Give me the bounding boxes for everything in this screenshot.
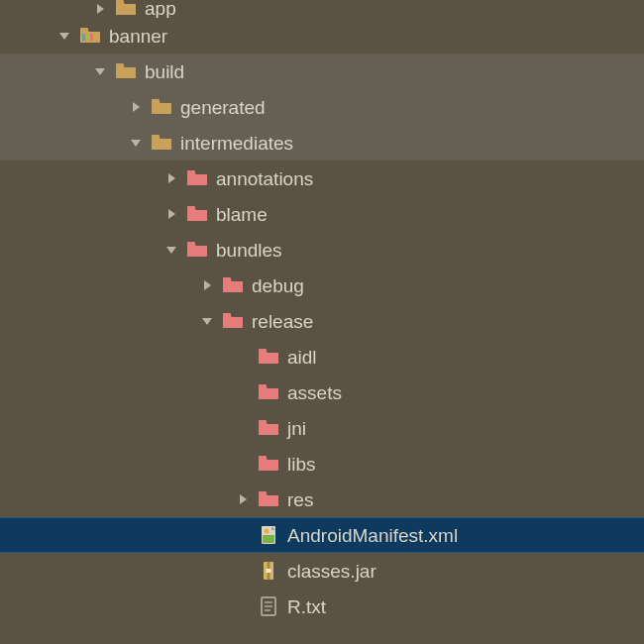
tree-row[interactable]: classes.jar xyxy=(0,553,644,589)
tree-row[interactable]: R.txt xyxy=(0,589,644,624)
svg-rect-8 xyxy=(116,63,124,66)
tree-row[interactable]: blame xyxy=(0,196,644,232)
xml-icon xyxy=(258,525,279,545)
folder-tan-icon xyxy=(115,0,137,18)
svg-marker-9 xyxy=(133,102,140,112)
svg-rect-26 xyxy=(259,456,267,459)
svg-marker-17 xyxy=(166,247,176,254)
folder-pink-icon xyxy=(186,168,208,188)
chevron-down-icon[interactable] xyxy=(198,312,216,330)
tree-item-label: assets xyxy=(287,383,342,402)
tree-row[interactable]: debug xyxy=(0,268,644,303)
folder-tan-icon xyxy=(151,133,172,153)
svg-marker-0 xyxy=(97,4,104,14)
tree-item-label: generated xyxy=(180,98,266,117)
svg-rect-22 xyxy=(223,313,231,316)
tree-item-label: classes.jar xyxy=(287,562,376,581)
svg-rect-14 xyxy=(187,170,195,173)
chevron-right-icon[interactable] xyxy=(198,276,216,294)
tree-item-label: debug xyxy=(252,276,304,295)
tree-item-label: banner xyxy=(109,27,167,46)
svg-rect-24 xyxy=(259,384,267,387)
svg-rect-28 xyxy=(259,491,267,494)
svg-rect-10 xyxy=(152,99,160,102)
tree-row[interactable]: banner xyxy=(0,18,644,54)
tree-row[interactable]: AndroidManifest.xml xyxy=(0,517,644,553)
svg-marker-19 xyxy=(204,280,211,290)
chevron-right-icon[interactable] xyxy=(127,98,145,116)
svg-rect-25 xyxy=(259,420,267,423)
svg-point-31 xyxy=(265,529,269,534)
folder-pink-icon xyxy=(258,347,279,367)
svg-marker-27 xyxy=(240,494,247,504)
tree-item-label: blame xyxy=(216,205,268,224)
tree-item-label: app xyxy=(145,0,176,18)
chevron-right-icon[interactable] xyxy=(162,205,180,223)
chevron-down-icon[interactable] xyxy=(55,27,73,45)
folder-pink-icon xyxy=(186,204,208,224)
txt-icon xyxy=(258,596,279,616)
tree-item-label: intermediates xyxy=(180,134,293,153)
folder-pink-icon xyxy=(222,275,244,295)
tree-row[interactable]: res xyxy=(0,482,644,517)
tree-row[interactable]: bundles xyxy=(0,232,644,268)
chevron-down-icon[interactable] xyxy=(127,134,145,152)
svg-rect-30 xyxy=(263,535,274,543)
tree-row[interactable]: release xyxy=(0,303,644,339)
file-tree: app banner build generated intermediates… xyxy=(0,0,644,624)
tree-item-label: aidl xyxy=(287,348,317,367)
tree-item-label: bundles xyxy=(216,241,282,260)
svg-rect-34 xyxy=(267,569,271,573)
folder-pink-icon xyxy=(186,240,208,260)
svg-marker-21 xyxy=(202,318,212,325)
tree-row[interactable]: assets xyxy=(0,375,644,410)
tree-item-label: R.txt xyxy=(287,597,326,616)
tree-row[interactable]: intermediates xyxy=(0,125,644,161)
svg-marker-11 xyxy=(131,140,141,147)
folder-pink-icon xyxy=(258,418,279,438)
tree-item-label: res xyxy=(287,490,313,509)
tree-item-label: libs xyxy=(287,455,316,474)
chevron-right-icon[interactable] xyxy=(234,490,252,508)
chevron-down-icon[interactable] xyxy=(162,241,180,259)
tree-item-label: annotations xyxy=(216,169,313,188)
tree-row[interactable]: generated xyxy=(0,89,644,125)
svg-rect-20 xyxy=(223,277,231,280)
module-icon xyxy=(79,26,101,46)
folder-pink-icon xyxy=(258,454,279,474)
svg-rect-1 xyxy=(116,0,124,3)
tree-item-label: release xyxy=(252,312,313,331)
chevron-right-icon[interactable] xyxy=(162,169,180,187)
svg-rect-3 xyxy=(80,28,88,31)
svg-rect-23 xyxy=(259,349,267,352)
svg-rect-4 xyxy=(82,34,85,41)
folder-tan-icon xyxy=(115,61,137,81)
tree-item-label: jni xyxy=(287,419,306,438)
tree-row[interactable]: libs xyxy=(0,446,644,482)
tree-row[interactable]: annotations xyxy=(0,161,644,196)
svg-rect-18 xyxy=(187,242,195,245)
tree-row[interactable]: jni xyxy=(0,410,644,446)
folder-pink-icon xyxy=(258,382,279,402)
svg-rect-6 xyxy=(90,34,93,41)
tree-row[interactable]: aidl xyxy=(0,339,644,375)
svg-marker-13 xyxy=(168,173,175,183)
svg-marker-15 xyxy=(168,209,175,219)
tree-item-label: build xyxy=(145,62,184,81)
tree-item-label: AndroidManifest.xml xyxy=(287,526,458,545)
tree-row[interactable]: build xyxy=(0,54,644,89)
tree-row[interactable]: app xyxy=(0,0,644,18)
folder-pink-icon xyxy=(258,489,279,509)
folder-tan-icon xyxy=(151,97,172,117)
jar-icon xyxy=(258,561,279,581)
svg-rect-16 xyxy=(187,206,195,209)
chevron-right-icon[interactable] xyxy=(91,0,109,18)
chevron-down-icon[interactable] xyxy=(91,62,109,80)
svg-rect-5 xyxy=(86,34,89,41)
folder-pink-icon xyxy=(222,311,244,331)
svg-marker-2 xyxy=(59,33,69,40)
svg-rect-12 xyxy=(152,135,160,138)
svg-marker-7 xyxy=(95,68,105,75)
